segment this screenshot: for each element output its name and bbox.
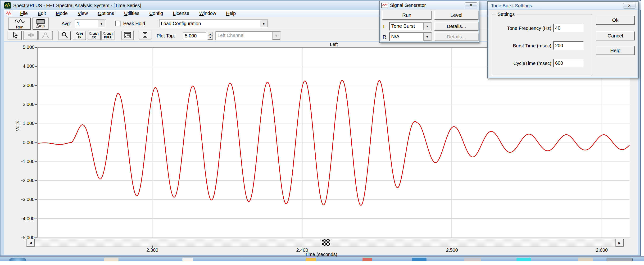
run-wave-icon [14, 18, 25, 25]
display-options-button[interactable] [122, 31, 134, 40]
left-signal-combo-arrow-icon[interactable]: ▼ [424, 22, 431, 30]
taskbar-icon[interactable] [578, 258, 593, 261]
menu-window[interactable]: Window [194, 11, 221, 16]
scrollbar-left-button[interactable]: ◀ [26, 239, 34, 246]
spinner-down-icon[interactable]: ▼ [208, 36, 213, 40]
load-configuration-value: Load Configuration [160, 20, 260, 27]
load-configuration-combo[interactable]: Load Configuration ▼ [159, 20, 268, 28]
scroll-left-icon: ◀ [30, 241, 32, 244]
tone-burst-close-button[interactable]: × [623, 3, 636, 8]
child-window-icon[interactable] [6, 11, 12, 16]
signal-generator-icon [382, 2, 388, 8]
stop-button[interactable]: Stop [33, 18, 48, 30]
menu-view[interactable]: View [73, 11, 93, 16]
taskbar-icon[interactable] [362, 258, 372, 261]
scrollbar-thumb[interactable] [322, 239, 330, 246]
speaker-icon [27, 32, 34, 40]
peak-hold-label: Peak Hold [123, 21, 145, 26]
avg-combo-arrow-icon[interactable]: ▼ [98, 20, 105, 27]
right-signal-value: N/A [390, 33, 424, 40]
load-configuration-arrow-icon[interactable]: ▼ [260, 20, 268, 27]
burst-time-input[interactable] [553, 41, 584, 50]
zoom-in-2x-button[interactable]: IN 2X [73, 31, 86, 40]
ok-button[interactable]: Ok [596, 16, 635, 25]
taskbar[interactable] [0, 256, 644, 261]
zoom-in-icon: IN [76, 32, 83, 36]
spinner-up-icon[interactable]: ▲ [208, 32, 213, 36]
tone-frequency-input[interactable] [553, 24, 584, 32]
channel-combo: Left Channel ▼ [216, 32, 280, 40]
y-tick-mark [35, 123, 37, 124]
y-tick-mark [35, 238, 37, 238]
tone-burst-title-bar[interactable]: Tone Burst Settings × [488, 2, 638, 10]
tone-burst-body: Settings Tone Frequency (Hz) Burst Time … [488, 10, 637, 77]
signal-generator-close-button[interactable]: × [465, 2, 477, 8]
taskbar-icon[interactable] [412, 258, 426, 261]
y-tick-mark [35, 104, 37, 105]
y-tick-mark [35, 47, 37, 48]
generator-level-button[interactable]: Level [434, 11, 478, 20]
screen: SpectraPLUS - FFT Spectral Analysis Syst… [0, 0, 644, 265]
menu-file[interactable]: File [15, 11, 33, 16]
magnifier-icon [61, 32, 68, 40]
y-tick-label: 4.000 [8, 64, 34, 69]
pointer-tool-button[interactable] [8, 31, 22, 40]
zoom-full-icon: OUT [103, 32, 113, 36]
start-orb-icon[interactable] [10, 258, 26, 261]
y-tick-label: 0.000 [8, 140, 34, 145]
audio-monitor-button[interactable] [24, 31, 38, 40]
right-details-button: Details... [434, 32, 478, 41]
signal-generator-body: Run Level L Tone Burst ▼ Details... R N/… [380, 9, 478, 42]
zoom-out-full-button[interactable]: OUT FULL [102, 31, 114, 40]
bell-curve-icon [41, 32, 50, 40]
avg-label: Avg: [62, 21, 71, 26]
zoom-out-2x-button[interactable]: OUT 2X [88, 31, 100, 40]
plot-top-input[interactable] [183, 32, 206, 40]
menu-help[interactable]: Help [221, 11, 241, 16]
menu-license[interactable]: License [168, 11, 194, 16]
y-tick-mark [35, 180, 37, 181]
cycle-time-input[interactable] [553, 59, 584, 67]
taskbar-icon[interactable] [104, 258, 118, 261]
peak-curve-button[interactable] [38, 31, 52, 40]
zoom-out-icon: OUT [89, 32, 99, 36]
taskbar-icon[interactable] [516, 258, 531, 261]
close-icon: × [628, 3, 631, 8]
cancel-button[interactable]: Cancel [596, 31, 635, 40]
help-button[interactable]: Help [596, 46, 635, 55]
cycle-time-label: CycleTime (msec) [492, 61, 551, 66]
run-button[interactable]: Run [8, 18, 31, 30]
menu-mode[interactable]: Mode [51, 11, 73, 16]
y-tick-mark [35, 66, 37, 66]
vertical-range-icon [142, 32, 148, 40]
plot-top-spinner[interactable]: ▲ ▼ [208, 32, 213, 40]
x-tick-label: 2.600 [585, 248, 618, 253]
generator-run-button[interactable]: Run [382, 11, 432, 20]
menu-utilities[interactable]: Utilities [119, 11, 144, 16]
avg-combo[interactable]: 1 ▼ [75, 20, 106, 28]
avg-value: 1 [75, 20, 98, 27]
window-title: SpectraPLUS - FFT Spectral Analysis Syst… [13, 1, 141, 10]
y-tick-label: -4.000 [8, 216, 34, 222]
taskbar-icon[interactable] [182, 258, 193, 261]
right-signal-combo[interactable]: N/A ▼ [389, 32, 432, 41]
menu-options[interactable]: Options [93, 11, 119, 16]
taskbar-icon[interactable] [464, 258, 481, 261]
y-tick-label: -1.000 [8, 159, 34, 164]
scale-range-button[interactable] [139, 31, 151, 40]
zoom-tool-button[interactable] [58, 31, 71, 40]
taskbar-icon[interactable] [306, 258, 316, 261]
right-signal-combo-arrow-icon[interactable]: ▼ [424, 33, 431, 40]
stop-button-label: Stop [36, 24, 45, 28]
peak-hold-checkbox[interactable] [115, 21, 120, 26]
menu-edit[interactable]: Edit [33, 11, 51, 16]
signal-generator-title-bar[interactable]: Signal Generator × [380, 1, 479, 9]
x-tick-label: 2.500 [436, 248, 469, 253]
taskbar-active-item[interactable] [606, 258, 633, 261]
left-details-button[interactable]: Details... [434, 22, 478, 30]
channel-combo-arrow-icon: ▼ [272, 32, 280, 40]
stop-square-icon [36, 19, 44, 24]
menu-config[interactable]: Config [144, 11, 168, 16]
y-tick-label: 2.000 [8, 102, 34, 107]
left-signal-combo[interactable]: Tone Burst ▼ [389, 22, 432, 30]
